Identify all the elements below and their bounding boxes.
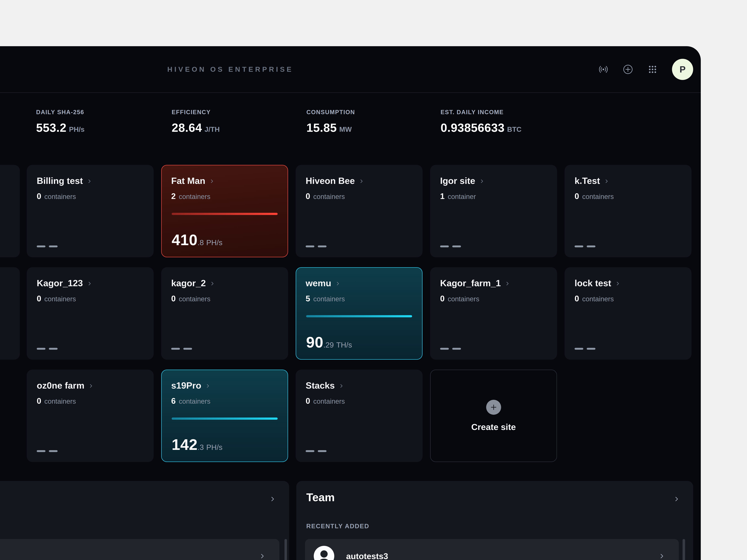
member-avatar — [314, 546, 334, 560]
container-count: 0 — [306, 191, 310, 201]
chevron-right-icon — [479, 178, 485, 184]
no-data-dashes — [306, 245, 327, 247]
create-site-label: Create site — [471, 422, 516, 432]
chevron-right-icon — [335, 281, 341, 287]
stat-label: DAILY SHA-256 — [36, 109, 84, 115]
container-noun: containers — [448, 295, 479, 303]
person-icon — [314, 546, 334, 560]
stat-unit: MW — [339, 125, 352, 133]
chevron-right-icon — [615, 281, 621, 287]
chevron-right-icon — [604, 178, 610, 184]
site-card-wemu[interactable]: wemu 5containers 90.29TH/s — [296, 267, 422, 359]
site-name: k.Test — [574, 176, 600, 186]
container-count: 0 — [574, 191, 579, 201]
stat-daily-sha256: DAILY SHA-256 553.2PH/s — [36, 109, 84, 134]
site-name: Kagor_123 — [37, 278, 83, 288]
scrollbar-thumb[interactable] — [682, 539, 685, 560]
container-noun: containers — [582, 295, 614, 303]
container-count: 0 — [37, 191, 41, 201]
hashrate-progress-bar — [172, 213, 278, 215]
container-count: 5 — [306, 294, 310, 303]
site-card-s19pro[interactable]: s19Pro 6containers 142.3PH/s — [161, 370, 288, 462]
member-name: autotests3 — [346, 551, 388, 560]
add-circle-icon[interactable] — [623, 64, 633, 75]
site-card-kagor-2[interactable]: kagor_2 0containers — [161, 267, 288, 359]
stat-unit: BTC — [507, 125, 521, 133]
site-name: wemu — [306, 278, 331, 288]
container-noun: containers — [313, 193, 345, 201]
stat-value: 553.2 — [36, 121, 67, 134]
container-count: 0 — [171, 294, 176, 303]
container-count: 0 — [574, 294, 579, 303]
app-window: HIVEON OS ENTERPRISE P DAILY SHA-256 — [0, 46, 701, 560]
no-data-dashes — [37, 348, 58, 350]
broadcast-icon[interactable] — [598, 64, 609, 75]
container-count: 6 — [171, 396, 176, 405]
hashrate-progress-bar — [172, 418, 278, 420]
create-site-button[interactable]: Create site — [430, 370, 557, 462]
site-name: Kagor_farm_1 — [440, 278, 501, 288]
panel-chevron-right-icon[interactable] — [269, 495, 276, 503]
team-member-row[interactable]: autotests3 — [305, 539, 679, 560]
sites-grid: Billing test 0containers Fat Man 2contai… — [27, 165, 691, 462]
container-noun: containers — [179, 397, 210, 405]
list-item[interactable] — [0, 539, 279, 560]
no-data-dashes — [37, 450, 58, 452]
user-avatar[interactable]: P — [672, 59, 693, 80]
team-panel: Team RECENTLY ADDED autotests3 — [296, 481, 693, 560]
container-noun: containers — [179, 295, 210, 303]
site-name: s19Pro — [171, 380, 201, 391]
chevron-right-icon — [205, 383, 211, 389]
scrollbar-thumb[interactable] — [284, 539, 287, 560]
chevron-right-icon — [86, 178, 93, 184]
site-name: Hiveon Bee — [306, 176, 355, 186]
site-name: oz0ne farm — [37, 380, 84, 391]
site-card-igor-site[interactable]: Igor site 1container — [430, 165, 557, 257]
no-data-dashes — [37, 245, 58, 247]
site-card-lock-test[interactable]: lock test 0containers — [565, 267, 691, 359]
stat-label: EST. DAILY INCOME — [441, 109, 521, 115]
panel-chevron-right-icon[interactable] — [673, 495, 680, 503]
apps-grid-icon[interactable] — [647, 64, 658, 75]
site-card-billing-test[interactable]: Billing test 0containers — [27, 165, 154, 257]
chevron-right-icon — [87, 281, 93, 287]
chevron-right-icon — [88, 383, 94, 389]
site-card-oz0ne-farm[interactable]: oz0ne farm 0containers — [27, 370, 154, 462]
stat-daily-income: EST. DAILY INCOME 0.93856633BTC — [441, 109, 521, 134]
site-card-k-test[interactable]: k.Test 0containers — [565, 165, 691, 257]
site-name: Igor site — [440, 176, 475, 186]
chevron-right-icon — [259, 552, 266, 560]
stat-value: 28.64 — [172, 121, 202, 134]
site-name: lock test — [574, 278, 611, 288]
container-count: 1 — [440, 191, 445, 201]
site-card-partial[interactable] — [0, 267, 20, 359]
container-noun: containers — [44, 193, 76, 201]
container-noun: container — [448, 193, 476, 201]
site-name: Stacks — [306, 380, 335, 391]
header-actions: P — [598, 46, 693, 92]
no-data-dashes — [171, 348, 192, 350]
plus-icon — [486, 400, 501, 415]
site-card-hiveon-bee[interactable]: Hiveon Bee 0containers — [296, 165, 422, 257]
chevron-right-icon — [209, 281, 215, 287]
container-count: 0 — [37, 294, 41, 303]
container-count: 0 — [306, 396, 310, 405]
site-card-stacks[interactable]: Stacks 0containers — [296, 370, 422, 462]
site-name: kagor_2 — [171, 278, 206, 288]
recently-added-label: RECENTLY ADDED — [306, 523, 369, 530]
team-title: Team — [306, 491, 335, 504]
hashrate-progress-bar — [306, 315, 412, 317]
chevron-right-icon — [359, 178, 364, 184]
site-card-kagor-123[interactable]: Kagor_123 0containers — [27, 267, 154, 359]
stat-efficiency: EFFICIENCY 28.64J/TH — [172, 109, 220, 134]
chevron-right-icon — [658, 552, 666, 560]
stat-value: 15.85 — [306, 121, 337, 134]
site-card-kagor-farm-1[interactable]: Kagor_farm_1 0containers — [430, 267, 557, 359]
site-card-fat-man[interactable]: Fat Man 2containers 410.8PH/s — [161, 165, 288, 257]
site-name: Billing test — [37, 176, 83, 186]
bottom-left-panel — [0, 481, 289, 560]
app-header: HIVEON OS ENTERPRISE P — [0, 46, 701, 93]
site-card-partial[interactable] — [0, 165, 20, 257]
chevron-right-icon — [209, 178, 215, 184]
container-count: 0 — [37, 396, 41, 405]
